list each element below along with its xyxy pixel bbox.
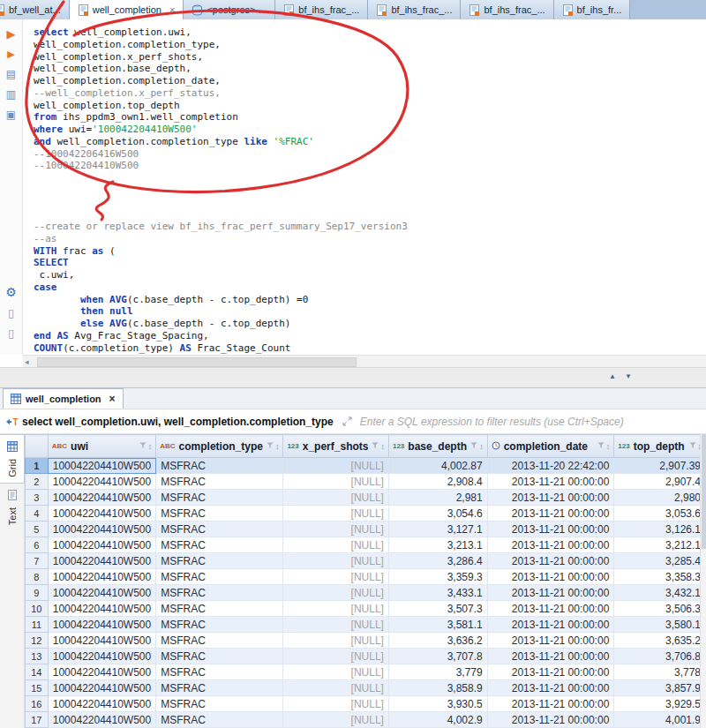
editor-tab-6[interactable]: bf_ihs_frac_...	[461, 0, 553, 19]
cell-top_depth[interactable]: 2,980	[614, 490, 706, 506]
editor-horizontal-scrollbar[interactable]: ◂	[23, 355, 706, 368]
filter-funnel-icon[interactable]	[267, 442, 274, 451]
cell-completion_type[interactable]: MSFRAC	[156, 633, 283, 649]
row-number-header[interactable]	[26, 435, 49, 458]
cell-completion_type[interactable]: MSFRAC	[156, 537, 283, 553]
cell-top_depth[interactable]: 4,001.9	[614, 712, 706, 728]
cell-completion_date[interactable]: 2013-11-21 00:00:00	[487, 633, 614, 649]
cell-top_depth[interactable]: 3,358.3	[614, 569, 706, 585]
cell-completion_type[interactable]: MSFRAC	[156, 649, 283, 664]
cell-base_depth[interactable]: 4,002.87	[388, 458, 487, 474]
cell-uwi[interactable]: 100042204410W500	[48, 522, 155, 537]
filter-funnel-icon[interactable]	[689, 442, 696, 451]
cell-uwi[interactable]: 100042204410W500	[48, 633, 155, 649]
execute-query-icon[interactable]: ▶	[4, 26, 19, 41]
cell-x_perf_shots[interactable]: [NULL]	[283, 617, 389, 633]
sort-icon[interactable]: ↕	[380, 442, 385, 451]
cell-completion_type[interactable]: MSFRAC	[156, 680, 283, 696]
cell-completion_date[interactable]: 2013-11-21 00:00:00	[487, 601, 614, 617]
cell-completion_date[interactable]: 2013-11-21 00:00:00	[487, 474, 614, 490]
cell-completion_date[interactable]: 2013-11-21 00:00:00	[487, 553, 614, 569]
cell-x_perf_shots[interactable]: [NULL]	[283, 569, 389, 585]
cell-base_depth[interactable]: 3,286.4	[388, 553, 487, 569]
cell-completion_type[interactable]: MSFRAC	[156, 601, 283, 617]
cell-uwi[interactable]: 100042204410W500	[48, 601, 155, 617]
cell-base_depth[interactable]: 3,930.5	[388, 696, 487, 712]
cell-x_perf_shots[interactable]: [NULL]	[283, 553, 389, 569]
row-number[interactable]: 5	[26, 522, 49, 537]
panel-splitter[interactable]: ▲ ▼	[0, 367, 706, 388]
cell-top_depth[interactable]: 3,706.8	[614, 649, 706, 664]
cell-completion_type[interactable]: MSFRAC	[156, 664, 283, 680]
cell-x_perf_shots[interactable]: [NULL]	[283, 585, 389, 601]
editor-tab-3[interactable]: <postgres>-...	[184, 0, 275, 19]
editor-tab-5[interactable]: bf_ihs_frac_...	[368, 0, 461, 19]
tab-grid[interactable]: Grid	[0, 434, 25, 484]
cell-base_depth[interactable]: 3,779	[388, 664, 487, 680]
row-number[interactable]: 4	[26, 506, 49, 522]
cell-base_depth[interactable]: 3,433.1	[388, 585, 487, 601]
cell-x_perf_shots[interactable]: [NULL]	[283, 458, 389, 474]
cell-base_depth[interactable]: 3,359.3	[388, 569, 487, 585]
results-vertical-scrollbar[interactable]	[700, 434, 706, 728]
column-header-uwi[interactable]: ABCuwi↕	[48, 435, 155, 458]
cell-uwi[interactable]: 100042204410W500	[48, 585, 155, 601]
cell-completion_date[interactable]: 2013-11-21 00:00:00	[487, 680, 614, 696]
cell-uwi[interactable]: 100042204410W500	[48, 537, 155, 553]
scrollbar-thumb[interactable]	[37, 357, 357, 367]
editor-tab-7[interactable]: bf_ihs_fr...	[554, 0, 631, 19]
explain-plan-icon[interactable]: ▤	[4, 67, 19, 82]
cell-base_depth[interactable]: 3,581.1	[388, 617, 487, 633]
cell-x_perf_shots[interactable]: [NULL]	[283, 649, 389, 664]
cell-base_depth[interactable]: 3,636.2	[388, 633, 487, 649]
cell-uwi[interactable]: 100042204410W500	[48, 474, 155, 490]
row-number[interactable]: 1	[26, 458, 49, 474]
cell-uwi[interactable]: 100042204410W500	[48, 506, 155, 522]
cell-base_depth[interactable]: 3,507.3	[388, 601, 487, 617]
cell-top_depth[interactable]: 3,635.2	[614, 633, 706, 649]
cell-completion_type[interactable]: MSFRAC	[156, 490, 283, 506]
row-number[interactable]: 2	[26, 474, 49, 490]
cell-completion_date[interactable]: 2013-11-21 00:00:00	[487, 569, 614, 585]
cell-completion_type[interactable]: MSFRAC	[156, 585, 283, 601]
row-number[interactable]: 17	[26, 712, 49, 728]
cell-top_depth[interactable]: 3,285.4	[614, 553, 706, 569]
cell-x_perf_shots[interactable]: [NULL]	[283, 696, 389, 712]
cell-x_perf_shots[interactable]: [NULL]	[283, 601, 389, 617]
cell-completion_type[interactable]: MSFRAC	[156, 696, 283, 712]
cell-top_depth[interactable]: 3,432.1	[614, 585, 706, 601]
cell-completion_date[interactable]: 2013-11-21 00:00:00	[487, 664, 614, 680]
editor-tab-4[interactable]: bf_ihs_frac_...	[275, 0, 368, 19]
cell-x_perf_shots[interactable]: [NULL]	[283, 537, 389, 553]
cell-completion_type[interactable]: MSFRAC	[156, 522, 283, 537]
filter-funnel-icon[interactable]	[470, 442, 477, 451]
filter-bar[interactable]: T select well_completion.uwi, well_compl…	[0, 409, 706, 434]
cell-base_depth[interactable]: 3,054.6	[388, 506, 487, 522]
cell-top_depth[interactable]: 2,907.39	[614, 458, 706, 474]
cell-x_perf_shots[interactable]: [NULL]	[283, 680, 389, 696]
filter-funnel-icon[interactable]	[597, 442, 605, 451]
collapse-up-icon[interactable]: ▲	[609, 372, 616, 380]
cell-completion_date[interactable]: 2013-11-21 00:00:00	[487, 696, 614, 712]
fetch-resultset-icon[interactable]: ▥	[4, 87, 19, 102]
cell-base_depth[interactable]: 3,213.1	[388, 537, 487, 553]
editor-tab-1[interactable]: bf_well_at...	[0, 0, 70, 19]
column-header-completion_date[interactable]: completion_date↕	[487, 435, 614, 458]
collapse-down-icon[interactable]: ▼	[625, 372, 632, 380]
row-number[interactable]: 8	[26, 569, 49, 585]
cell-completion_type[interactable]: MSFRAC	[156, 712, 283, 728]
cell-completion_date[interactable]: 2013-11-21 00:00:00	[487, 712, 614, 728]
sort-icon[interactable]: ↕	[606, 442, 611, 451]
cell-completion_date[interactable]: 2013-11-21 00:00:00	[487, 585, 614, 601]
column-header-top_depth[interactable]: 123top_depth↕	[614, 435, 706, 458]
cell-uwi[interactable]: 100042204410W500	[48, 696, 155, 712]
cell-completion_date[interactable]: 2013-11-21 00:00:00	[487, 617, 614, 633]
cell-uwi[interactable]: 100042204410W500	[48, 490, 155, 506]
cell-top_depth[interactable]: 3,857.9	[614, 680, 706, 696]
row-number[interactable]: 12	[26, 633, 49, 649]
sort-icon[interactable]: ↕	[148, 442, 153, 451]
cell-completion_type[interactable]: MSFRAC	[156, 553, 283, 569]
column-header-base_depth[interactable]: 123base_depth↕	[388, 435, 487, 458]
cell-base_depth[interactable]: 3,707.8	[388, 649, 487, 664]
cell-x_perf_shots[interactable]: [NULL]	[283, 633, 389, 649]
